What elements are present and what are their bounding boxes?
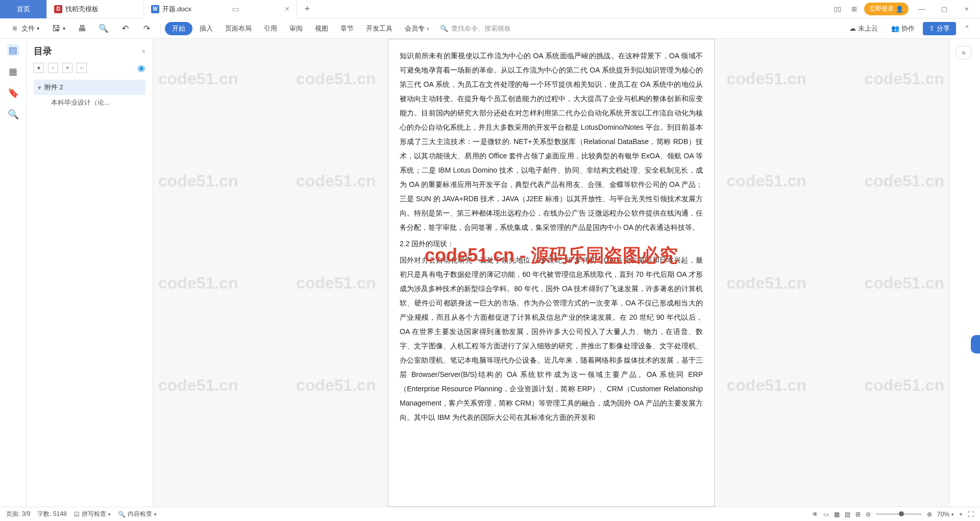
word-icon: W	[151, 5, 159, 13]
new-button[interactable]: 🖫▾	[46, 21, 70, 36]
layout-icon[interactable]: ▯▯	[831, 3, 844, 15]
close-button[interactable]: ×	[958, 2, 976, 16]
share-icon: ⇧	[929, 25, 935, 32]
redo-icon: ↷	[142, 24, 151, 33]
main: ▤ ▦ 🔖 🔍 目录 × ▾ ▫ + − ◉ ▾ 附件 2 本科毕业设计（论..…	[0, 39, 980, 507]
search-icon: 🔍	[440, 25, 448, 32]
spellcheck-button[interactable]: ☑拼写检查▾	[74, 510, 111, 518]
tab-template[interactable]: D 找稻壳模板	[47, 0, 144, 18]
view-mode-5[interactable]: ⊞	[855, 511, 861, 518]
tab-template-label: 找稻壳模板	[65, 5, 99, 14]
expand-button[interactable]: ▫	[48, 63, 58, 73]
bookmark-icon[interactable]: 🔖	[7, 87, 19, 99]
remove-button[interactable]: −	[77, 63, 87, 73]
tab-view[interactable]: 视图	[310, 21, 333, 36]
share-button[interactable]: ⇧分享	[923, 22, 956, 35]
login-label: 立即登录	[869, 5, 894, 13]
thumbnail-icon[interactable]: ▦	[7, 65, 19, 78]
content-check-button[interactable]: 🔍内容检查▾	[118, 510, 157, 518]
tab-home[interactable]: 首页	[0, 0, 47, 18]
side-tab[interactable]	[971, 335, 980, 353]
chevron-down-icon: ▾	[38, 84, 41, 91]
tab-insert[interactable]: 插入	[194, 21, 218, 36]
ribbon-right: ☁未上云 👥协作 ⇧分享 ⌃	[844, 21, 975, 36]
outline-panel: 目录 × ▾ ▫ + − ◉ ▾ 附件 2 本科毕业设计（论...	[27, 39, 153, 507]
menu-button[interactable]: ≡文件▾	[5, 21, 44, 36]
print-button[interactable]: 🖶	[72, 21, 92, 36]
watermark: code51.cn	[726, 274, 806, 293]
paragraph: 国外对办公自动化研究一直处于领先地位，20 世纪 50 年代初，OA 首先在美国…	[400, 253, 703, 424]
login-button[interactable]: 立即登录 👤	[864, 3, 909, 15]
tab-split-icon[interactable]: ▭	[232, 4, 239, 14]
zoom-slider[interactable]	[876, 513, 922, 515]
tab-start[interactable]: 开始	[165, 22, 192, 35]
watermark: code51.cn	[158, 69, 238, 88]
cloud-status[interactable]: ☁未上云	[844, 21, 883, 36]
watermark: code51.cn	[864, 376, 944, 395]
preview-icon: 🔍	[99, 24, 108, 33]
apps-icon[interactable]: ⊞	[848, 3, 860, 15]
collab-icon: 👥	[891, 25, 899, 32]
tab-reference[interactable]: 引用	[259, 21, 282, 36]
tab-document[interactable]: W 开题.docx ▭ ×	[144, 1, 297, 19]
tab-review[interactable]: 审阅	[284, 21, 308, 36]
view-mode-1[interactable]: 👁	[812, 511, 818, 518]
tab-devtools[interactable]: 开发工具	[361, 21, 398, 36]
search-panel-icon[interactable]: 🔍	[7, 108, 19, 121]
ribbon: ≡文件▾ 🖫▾ 🖶 🔍 ↶ ↷ 开始 插入 页面布局 引用 审阅 视图 章节 开…	[0, 18, 980, 39]
redo-button[interactable]: ↷	[137, 21, 156, 36]
right-panel: ≡	[949, 39, 980, 507]
document-page: 知识前所未有的重视使以工作流为中心的 OA 系统面临严峻的挑战。在这种背景下，O…	[388, 39, 715, 507]
add-button[interactable]: +	[62, 63, 72, 73]
preview-button[interactable]: 🔍	[94, 21, 113, 36]
outline-title: 目录	[34, 45, 52, 57]
outline-item-2[interactable]: 本科毕业设计（论...	[34, 95, 145, 110]
watermark: code51.cn	[296, 69, 376, 88]
tab-pagelayout[interactable]: 页面布局	[220, 21, 257, 36]
outline-item-label: 本科毕业设计（论...	[51, 98, 110, 107]
tab-add[interactable]: +	[297, 4, 317, 14]
outline-item-1[interactable]: ▾ 附件 2	[34, 80, 145, 95]
page-indicator[interactable]: 页面: 3/9	[6, 510, 30, 518]
ribbon-search[interactable]: 🔍查找命令、搜索模板	[440, 24, 511, 33]
minimize-button[interactable]: —	[913, 2, 931, 16]
undo-button[interactable]: ↶	[115, 21, 135, 36]
fit-button[interactable]: +	[959, 511, 963, 518]
tab-member[interactable]: 会员专›	[400, 21, 434, 36]
outline-icon[interactable]: ▤	[7, 44, 19, 56]
undo-icon: ↶	[120, 24, 130, 33]
watermark: code51.cn	[296, 274, 376, 293]
watermark: code51.cn	[726, 376, 806, 395]
zoom-out[interactable]: ⊖	[866, 511, 871, 518]
collapse-all-button[interactable]: ▾	[34, 63, 44, 73]
canvas[interactable]: code51.cn code51.cn code51.cn code51.cn …	[153, 39, 949, 507]
chevron-down-icon: ▾	[63, 26, 65, 31]
leftbar: ▤ ▦ 🔖 🔍	[0, 39, 27, 507]
avatar-icon: 👤	[896, 6, 903, 13]
zoom-level[interactable]: 70%▾	[937, 511, 954, 518]
sync-icon[interactable]: ◉	[137, 62, 145, 74]
view-mode-2[interactable]: ▭	[823, 511, 829, 518]
word-count[interactable]: 字数: 5148	[37, 510, 66, 518]
tab-chapter[interactable]: 章节	[335, 21, 359, 36]
watermark: code51.cn	[864, 69, 944, 88]
view-mode-3[interactable]: ▦	[834, 511, 840, 518]
cloud-icon: ☁	[849, 25, 856, 32]
hamburger-icon: ≡	[10, 24, 19, 33]
watermark: code51.cn	[864, 172, 944, 191]
collab-button[interactable]: 👥协作	[886, 21, 920, 36]
heading: 2.2 国外的现状：	[400, 236, 703, 251]
more-button[interactable]: ⌃	[959, 21, 975, 35]
save-icon: 🖫	[52, 24, 61, 33]
panel-toggle[interactable]: ≡	[956, 46, 971, 59]
outline-close-icon[interactable]: ×	[141, 48, 145, 55]
close-icon[interactable]: ×	[285, 5, 289, 14]
watermark: code51.cn	[158, 376, 238, 395]
zoom-in[interactable]: ⊕	[927, 511, 932, 518]
watermark: code51.cn	[158, 172, 238, 191]
view-mode-4[interactable]: ▤	[845, 511, 850, 518]
maximize-button[interactable]: ▢	[935, 2, 953, 16]
zoom-thumb[interactable]	[899, 511, 904, 516]
fullscreen-button[interactable]: ⛶	[968, 511, 974, 518]
chevron-up-icon: ⌃	[964, 25, 970, 32]
